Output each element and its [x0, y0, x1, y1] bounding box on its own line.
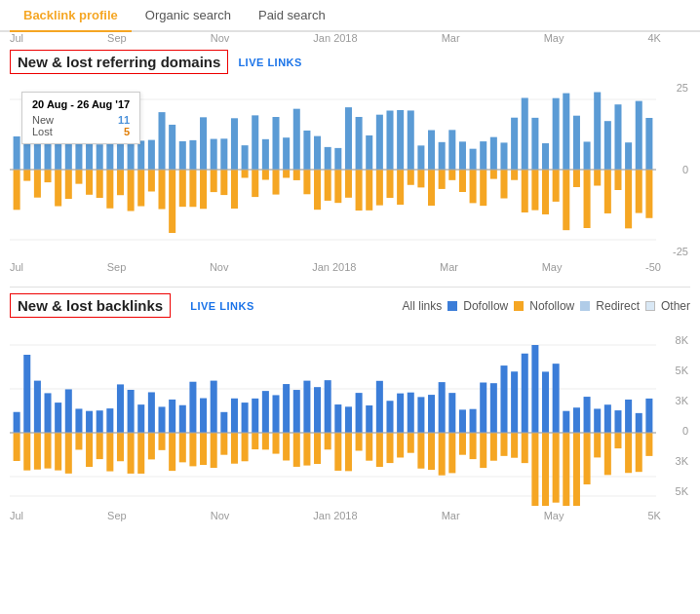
svg-rect-220 — [459, 433, 466, 455]
svg-rect-201 — [366, 405, 372, 433]
svg-rect-72 — [366, 170, 372, 211]
chart2-live-links[interactable]: LIVE LINKS — [190, 300, 254, 312]
svg-rect-139 — [45, 393, 52, 433]
svg-rect-91 — [470, 149, 477, 170]
chart1-container: 20 Aug - 26 Aug '17 New 11 Lost 5 25 — [10, 82, 690, 257]
svg-rect-202 — [366, 433, 372, 461]
svg-rect-120 — [614, 170, 621, 190]
svg-rect-222 — [470, 433, 477, 459]
svg-rect-212 — [417, 433, 424, 469]
svg-rect-57 — [293, 109, 300, 170]
svg-rect-225 — [490, 383, 497, 433]
svg-rect-122 — [625, 170, 632, 228]
chart2-title: New & lost backlinks — [10, 293, 171, 318]
svg-rect-113 — [584, 141, 591, 170]
svg-rect-163 — [169, 400, 175, 433]
svg-rect-115 — [594, 93, 601, 170]
svg-rect-239 — [563, 411, 569, 433]
svg-rect-229 — [511, 371, 518, 433]
chart2-header: New & lost backlinks LIVE LINKS All link… — [10, 293, 690, 318]
svg-rect-250 — [614, 433, 621, 448]
svg-rect-188 — [293, 433, 300, 467]
svg-rect-65 — [334, 148, 341, 170]
svg-rect-164 — [169, 433, 175, 471]
svg-rect-166 — [179, 433, 186, 462]
svg-rect-152 — [106, 433, 113, 472]
svg-rect-59 — [303, 131, 310, 170]
tab-organic-search[interactable]: Organic search — [132, 0, 245, 30]
svg-rect-124 — [636, 170, 642, 213]
svg-rect-103 — [531, 118, 538, 170]
svg-rect-85 — [439, 142, 446, 170]
svg-rect-153 — [117, 384, 124, 433]
svg-rect-176 — [231, 433, 238, 464]
svg-rect-88 — [448, 170, 455, 180]
svg-rect-30 — [148, 170, 155, 191]
tab-paid-search[interactable]: Paid search — [245, 0, 339, 30]
tab-backlink-profile[interactable]: Backlink profile — [10, 0, 132, 32]
chart2-svg — [10, 326, 656, 506]
svg-rect-31 — [158, 112, 165, 170]
svg-rect-45 — [231, 118, 238, 170]
svg-rect-8 — [34, 170, 41, 198]
svg-rect-27 — [137, 140, 144, 170]
svg-rect-96 — [490, 170, 497, 179]
svg-rect-185 — [283, 384, 290, 433]
svg-rect-12 — [55, 170, 61, 207]
svg-rect-39 — [200, 117, 207, 170]
svg-rect-175 — [231, 399, 238, 433]
svg-rect-249 — [614, 410, 621, 433]
svg-rect-226 — [490, 433, 497, 461]
svg-rect-51 — [262, 139, 269, 170]
svg-rect-231 — [522, 354, 528, 433]
svg-rect-111 — [573, 116, 580, 170]
svg-rect-237 — [553, 364, 560, 433]
svg-rect-179 — [252, 399, 258, 433]
svg-rect-107 — [553, 98, 560, 170]
svg-rect-205 — [386, 401, 393, 433]
svg-rect-171 — [211, 381, 217, 433]
chart1-live-links[interactable]: LIVE LINKS — [238, 57, 302, 68]
svg-rect-58 — [293, 170, 300, 180]
legend-nofollow — [514, 301, 524, 311]
chart1-tooltip: 20 Aug - 26 Aug '17 New 11 Lost 5 — [21, 92, 140, 144]
svg-rect-167 — [189, 382, 196, 433]
svg-rect-160 — [148, 433, 155, 459]
svg-rect-204 — [376, 433, 383, 467]
svg-rect-89 — [459, 141, 466, 170]
svg-rect-218 — [448, 433, 455, 473]
svg-rect-74 — [376, 170, 383, 206]
svg-rect-221 — [470, 409, 477, 433]
svg-rect-150 — [97, 433, 103, 459]
svg-rect-170 — [200, 433, 207, 465]
svg-rect-254 — [636, 433, 642, 472]
svg-rect-186 — [283, 433, 290, 460]
svg-rect-235 — [542, 371, 549, 433]
svg-rect-79 — [408, 110, 414, 170]
svg-rect-144 — [65, 433, 72, 474]
svg-rect-46 — [231, 170, 238, 209]
svg-rect-184 — [272, 433, 279, 454]
svg-rect-157 — [137, 404, 144, 433]
svg-rect-136 — [23, 433, 30, 471]
svg-rect-193 — [325, 380, 331, 433]
legend-dofollow — [447, 301, 457, 311]
svg-rect-118 — [604, 170, 611, 213]
svg-rect-151 — [106, 408, 113, 433]
svg-rect-180 — [252, 433, 258, 449]
svg-rect-133 — [14, 412, 20, 433]
svg-rect-37 — [189, 140, 196, 170]
svg-rect-248 — [604, 433, 611, 475]
svg-rect-94 — [480, 170, 486, 206]
svg-rect-117 — [604, 121, 611, 170]
svg-rect-116 — [594, 170, 601, 186]
svg-rect-26 — [128, 170, 135, 211]
svg-rect-240 — [563, 433, 569, 506]
svg-rect-134 — [14, 433, 20, 461]
svg-rect-102 — [522, 170, 528, 212]
svg-rect-232 — [522, 433, 528, 463]
svg-rect-143 — [65, 389, 72, 433]
svg-rect-110 — [563, 170, 569, 230]
svg-rect-10 — [45, 170, 52, 182]
svg-rect-241 — [573, 407, 580, 433]
